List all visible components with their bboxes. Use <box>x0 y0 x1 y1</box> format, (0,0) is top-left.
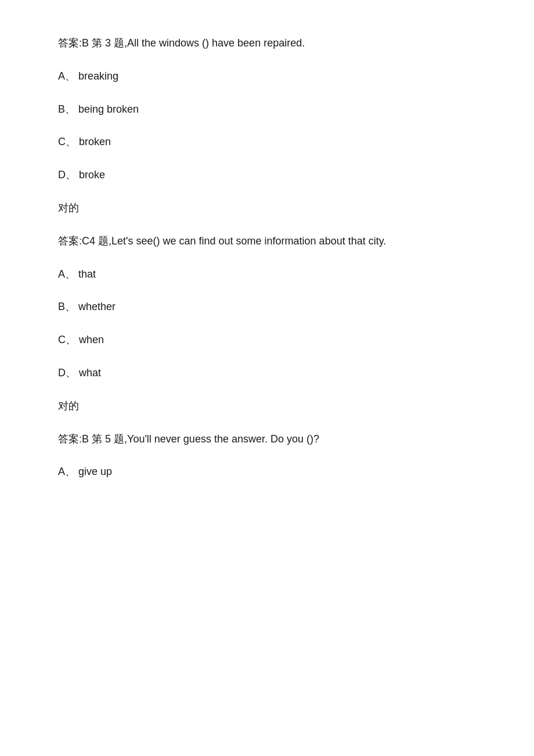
answer-label-q5: 答案:B 第 5 题,You'll never guess the answer… <box>58 431 476 448</box>
option-d-q3: D、 broke <box>58 167 476 183</box>
status-q4: 对的 <box>58 398 476 415</box>
option-c-q3: C、 broken <box>58 134 476 150</box>
option-key-c-q4: C、 <box>58 334 76 345</box>
option-val-b-q4: whether <box>78 301 116 312</box>
option-val-c-q3: broken <box>79 136 111 147</box>
option-c-q4: C、 when <box>58 332 476 348</box>
option-key-c-q3: C、 <box>58 136 76 147</box>
option-a-q5: A、 give up <box>58 463 476 480</box>
option-b-q4: B、 whether <box>58 298 476 315</box>
option-key-d-q4: D、 <box>58 367 76 379</box>
status-text-q3: 对的 <box>58 202 79 214</box>
status-text-q4: 对的 <box>58 400 79 412</box>
option-a-q4: A、 that <box>58 266 476 283</box>
answer-label-q3: 答案:B 第 3 题,All the windows () have been … <box>58 35 476 52</box>
answer-text-q3: 答案:B 第 3 题,All the windows () have been … <box>58 37 305 49</box>
option-val-d-q4: what <box>79 367 101 379</box>
option-key-d-q3: D、 <box>58 169 76 181</box>
answer-text-q5: 答案:B 第 5 题,You'll never guess the answer… <box>58 433 319 445</box>
status-q3: 对的 <box>58 200 476 217</box>
option-val-a-q4: that <box>78 268 96 280</box>
option-val-b-q3: being broken <box>78 103 139 115</box>
answer-text-q4: 答案:C4 题,Let's see() we can find out some… <box>58 235 386 247</box>
option-val-c-q4: when <box>79 334 104 345</box>
option-key-a-q4: A、 <box>58 268 75 280</box>
option-b-q3: B、 being broken <box>58 101 476 118</box>
option-val-d-q3: broke <box>79 169 105 181</box>
option-a-q3: A、 breaking <box>58 68 476 85</box>
quiz-container: 答案:B 第 3 题,All the windows () have been … <box>58 35 476 480</box>
option-d-q4: D、 what <box>58 365 476 381</box>
option-key-b-q4: B、 <box>58 301 75 312</box>
option-key-b-q3: B、 <box>58 103 75 115</box>
option-val-a-q3: breaking <box>78 70 118 82</box>
option-val-a-q5: give up <box>78 466 112 477</box>
answer-label-q4: 答案:C4 题,Let's see() we can find out some… <box>58 233 476 250</box>
option-key-a-q5: A、 <box>58 466 75 477</box>
option-key-a-q3: A、 <box>58 70 75 82</box>
